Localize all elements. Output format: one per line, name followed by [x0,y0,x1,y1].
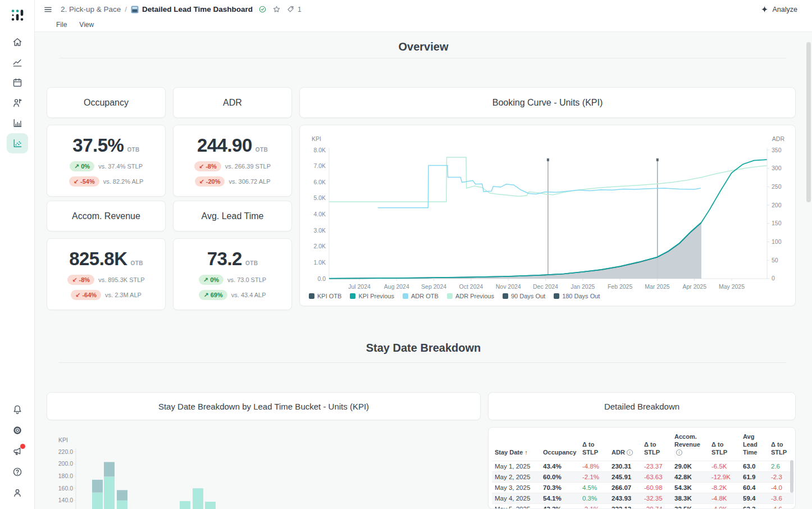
column-header[interactable]: Avg Lead Time [740,428,768,461]
kpi-card-header-occupancy: Occupancy [47,87,166,118]
table-cell: 0.3% [580,493,609,504]
table-cell: 38.3K [672,493,709,504]
table-header: Stay Date ↑OccupancyΔ to STLPADRiΔ to ST… [492,428,794,461]
table-cell: -32.35 [641,493,672,504]
booking-curve-chart[interactable]: KPIADR8.0K7.0K6.0K5.0K4.0K3.0K2.0K1.0K0.… [300,125,796,292]
legend-label: KPI Previous [358,293,394,299]
tag-icon[interactable] [286,5,295,13]
lead-time-bucket-card-header: Stay Date Breakdown by Lead Time Bucket … [47,392,481,420]
table-cell: 42.8K [672,472,709,483]
kpi-value-suffix: OTB [245,260,258,266]
column-header[interactable]: Δ to STLP [768,428,794,461]
kpi-badge-row: ↙ -8%vs. 266.39 STLP [194,161,271,171]
favorite-star-icon[interactable] [272,5,281,13]
column-header[interactable]: ADRi [609,428,641,461]
sidebar-item-notifications[interactable] [7,399,28,420]
topbar: 2. Pick-up & Pace / Detailed Lead Time D… [35,0,812,32]
gear-icon [12,425,23,436]
column-header[interactable]: Occupancy [540,428,580,461]
kpi-comparison-text: vs. 73.0 STLP [227,276,266,283]
column-header-label: Stay Date ↑ [495,449,528,456]
svg-text:180.0: 180.0 [58,472,73,479]
legend-item[interactable]: KPI OTB [309,293,341,299]
kpi-card-occupancy: 37.5%OTB↗ 0%vs. 37.4% STLP↙ -54%vs. 82.2… [47,125,166,197]
bar-chart-icon [12,117,23,129]
column-header[interactable]: Δ to STLP [641,428,672,461]
table-scrollbar-thumb[interactable] [790,460,793,493]
sidebar-item-demand[interactable] [7,93,28,113]
table-cell: 245.91 [609,472,641,483]
column-header-label: Δ to STLP [771,441,787,456]
table-cell: -4.6 [768,504,794,509]
svg-text:0.0: 0.0 [317,275,326,282]
sidebar-item-calendar[interactable] [7,72,28,93]
sidebar-item-performance[interactable] [7,52,28,72]
kpi-comparison-text: vs. 43.4 ALP [231,292,266,298]
column-header[interactable]: Accom. Revenuei [672,428,709,461]
table-cell: 63.0 [740,461,768,472]
table-cell: -3.6 [768,493,794,504]
menu-file[interactable]: File [56,21,67,29]
kpi-card-adr: 244.90OTB↙ -8%vs. 266.39 STLP↙ -20%vs. 3… [173,125,292,197]
kpi-delta-badge: ↙ -64% [71,290,101,300]
svg-text:1.0K: 1.0K [313,259,326,266]
detailed-breakdown-table[interactable]: Stay Date ↑OccupancyΔ to STLPADRiΔ to ST… [492,428,794,509]
sidebar-item-settings[interactable] [7,420,28,440]
sidebar-item-home[interactable] [7,32,28,52]
kpi-value: 73.2 [207,248,242,270]
legend-swatch [503,293,508,299]
table-cell: 43.4% [540,461,580,472]
svg-text:KPI: KPI [58,437,68,443]
table-row[interactable]: May 4, 202554.1%0.3%243.93-32.3538.3K-4.… [492,493,794,504]
lead-time-bucket-chart[interactable]: KPI220.0200.0180.0160.0140.0 [47,427,481,509]
kpi-value-row: 244.90OTB [197,135,268,156]
column-header[interactable]: Δ to STLP [709,428,740,461]
svg-text:350: 350 [772,147,782,153]
sidebar-item-account[interactable] [7,483,28,503]
column-header[interactable]: Δ to STLP [580,428,609,461]
svg-text:250: 250 [772,183,782,190]
analyze-button[interactable]: Analyze [760,5,797,13]
calendar-icon [12,77,23,88]
booking-curve-card: KPIADR8.0K7.0K6.0K5.0K4.0K3.0K2.0K1.0K0.… [299,125,796,306]
info-icon[interactable]: i [676,449,682,456]
legend-item[interactable]: 180 Days Out [554,293,600,299]
main-content[interactable]: Overview Occupancy37.5%OTB↗ 0%vs. 37.4% … [35,32,812,509]
kpi-value-row: 825.8KOTB [69,248,143,270]
table-cell: -4.8% [580,461,609,472]
table-cell: May 5, 2025 [492,504,540,509]
svg-text:160.0: 160.0 [58,485,73,492]
sidebar-item-reports[interactable] [7,113,28,133]
table-row[interactable]: May 5, 202543.3%-2.1%232.13-29.7432.5K-4… [492,504,794,509]
breadcrumb-parent[interactable]: 2. Pick-up & Pace [61,5,121,13]
info-icon[interactable]: i [627,449,633,456]
table-row[interactable]: May 3, 202570.3%4.5%266.07-60.9854.3K-8.… [492,483,794,493]
person-icon [12,487,23,498]
kpi-badge-row: ↙ -20%vs. 306.72 ALP [195,176,271,187]
page-scrollbar-thumb[interactable] [806,42,811,202]
legend-item[interactable]: 90 Days Out [503,293,545,299]
status-check-icon[interactable] [258,5,267,13]
app-logo[interactable] [0,8,35,22]
kpi-badge-row: ↙ -8%vs. 895.3K STLP [67,275,144,285]
legend-item[interactable]: KPI Previous [350,293,394,299]
hamburger-menu-icon[interactable] [43,5,53,14]
svg-text:Nov 2024: Nov 2024 [496,283,521,290]
table-row[interactable]: May 2, 202560.0%-2.1%245.91-63.6342.8K-1… [492,472,794,483]
sidebar-item-lead-time[interactable] [7,133,28,153]
menu-view[interactable]: View [79,21,94,29]
table-cell: May 2, 2025 [492,472,540,483]
table-cell: -23.37 [641,461,672,472]
legend-item[interactable]: ADR OTB [403,293,439,299]
legend-swatch [447,293,453,299]
kpi-badge-row: ↗ 69%vs. 43.4 ALP [199,290,266,300]
table-row[interactable]: May 1, 202543.4%-4.8%230.31-23.3729.0K-6… [492,461,794,472]
sidebar-item-help[interactable] [7,462,28,482]
table-cell: 54.1% [540,493,580,504]
sidebar [0,0,35,509]
legend-item[interactable]: ADR Previous [447,293,494,299]
sidebar-item-announcements[interactable] [7,441,28,461]
column-header[interactable]: Stay Date ↑ [492,428,540,461]
booking-curve-legend: KPI OTBKPI PreviousADR OTBADR Previous90… [309,293,600,299]
help-icon [12,466,23,478]
